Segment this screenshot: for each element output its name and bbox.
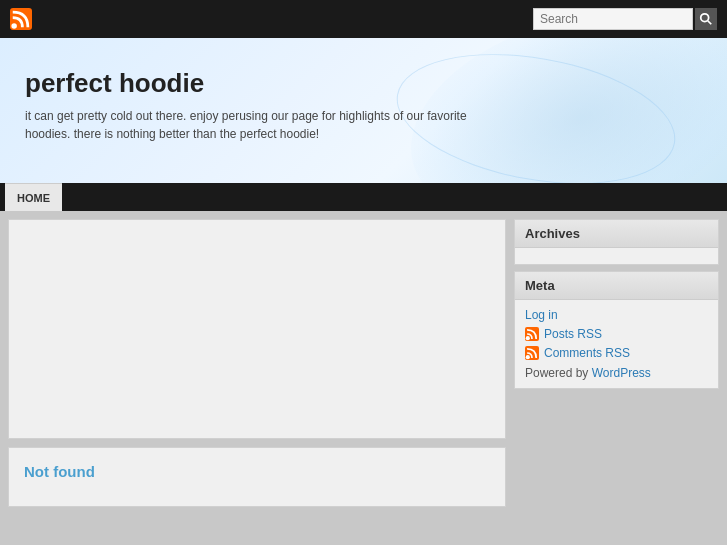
comments-rss-icon: [525, 346, 539, 360]
meta-posts-rss-item: Posts RSS: [525, 327, 708, 341]
main-wrapper: Not found Archives Meta Log in: [0, 211, 727, 545]
powered-by: Powered by WordPress: [525, 366, 708, 380]
wordpress-link[interactable]: WordPress: [592, 366, 651, 380]
archives-widget: Archives: [514, 219, 719, 265]
meta-widget-title: Meta: [515, 272, 718, 300]
archives-widget-body: [515, 248, 718, 264]
site-title: perfect hoodie: [25, 68, 702, 99]
svg-point-0: [11, 23, 17, 29]
svg-point-1: [701, 14, 709, 22]
posts-rss-icon: [525, 327, 539, 341]
meta-widget: Meta Log in Posts RSS: [514, 271, 719, 389]
navbar: HOME: [0, 183, 727, 211]
site-description: it can get pretty cold out there. enjoy …: [25, 107, 505, 143]
posts-rss-link[interactable]: Posts RSS: [544, 327, 602, 341]
search-icon: [699, 12, 713, 26]
sidebar: Archives Meta Log in: [514, 219, 719, 545]
meta-login-item: Log in: [525, 308, 708, 322]
content-column: Not found: [8, 219, 506, 545]
svg-point-3: [526, 336, 530, 340]
comments-rss-link[interactable]: Comments RSS: [544, 346, 630, 360]
site-header: perfect hoodie it can get pretty cold ou…: [0, 38, 727, 183]
archives-widget-title: Archives: [515, 220, 718, 248]
not-found-box: Not found: [8, 447, 506, 507]
main-content-box: [8, 219, 506, 439]
search-input[interactable]: [533, 8, 693, 30]
topbar: [0, 0, 727, 38]
search-button[interactable]: [695, 8, 717, 30]
meta-comments-rss-item: Comments RSS: [525, 346, 708, 360]
search-area: [533, 8, 717, 30]
rss-logo-icon[interactable]: [10, 8, 32, 30]
nav-home-link[interactable]: HOME: [5, 183, 62, 211]
svg-point-4: [526, 355, 530, 359]
login-link[interactable]: Log in: [525, 308, 558, 322]
not-found-title: Not found: [24, 463, 490, 480]
meta-widget-body: Log in Posts RSS: [515, 300, 718, 388]
svg-line-2: [708, 21, 712, 25]
